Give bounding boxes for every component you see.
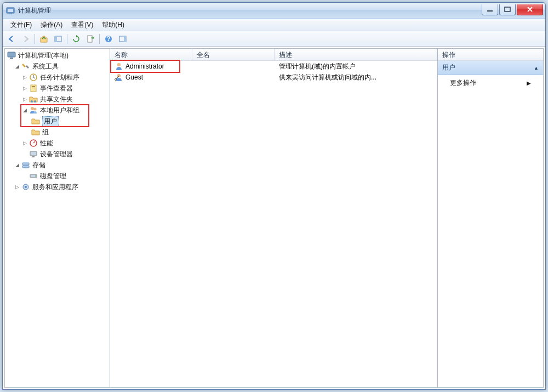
clock-icon: [29, 73, 38, 82]
expand-icon[interactable]: ▷: [21, 85, 28, 92]
content-area: 计算机管理(本地) ◢ 系统工具 ▷ 任务计划程序 ▷ 事件查看器 ▷ 共享文件…: [4, 48, 544, 388]
tree-storage[interactable]: ◢ 存储: [6, 160, 109, 171]
svg-rect-23: [30, 151, 37, 156]
menu-action[interactable]: 操作(A): [36, 19, 67, 31]
show-hide-tree-button[interactable]: [52, 33, 65, 45]
chevron-right-icon: ▶: [527, 80, 531, 86]
disk-icon: [29, 172, 38, 180]
list-row[interactable]: Administrator 管理计算机(域)的内置帐户: [110, 61, 437, 72]
tree-disk-management[interactable]: 磁盘管理: [6, 171, 109, 181]
list-body[interactable]: Administrator 管理计算机(域)的内置帐户 Guest 供来宾访问计…: [110, 61, 437, 387]
toolbar-separator: [35, 34, 35, 44]
svg-rect-26: [22, 166, 29, 168]
expand-icon[interactable]: ▷: [21, 140, 28, 146]
svg-rect-16: [32, 86, 35, 87]
svg-text:?: ?: [106, 35, 110, 43]
show-hide-action-pane-button[interactable]: [116, 33, 129, 45]
event-icon: [29, 84, 38, 93]
expand-icon[interactable]: ▷: [21, 96, 28, 103]
shared-folder-icon: [29, 95, 38, 104]
svg-point-28: [35, 175, 36, 177]
window: 计算机管理 文件(F) 操作(A) 查看(V) 帮助(H) ? 计算机管理(本地…: [2, 2, 546, 390]
actions-body: 用户 ▲ 更多操作 ▶: [438, 61, 543, 387]
spacer: [21, 173, 28, 179]
folder-icon: [31, 117, 40, 126]
spacer: [21, 151, 28, 157]
collapse-icon[interactable]: ◢: [14, 162, 20, 168]
svg-rect-1: [9, 14, 12, 14]
user-name: Administrator: [125, 63, 164, 70]
svg-point-18: [31, 100, 33, 103]
forward-button[interactable]: [19, 33, 32, 45]
svg-rect-2: [8, 9, 13, 12]
export-list-button[interactable]: [84, 33, 97, 45]
svg-rect-3: [487, 10, 493, 12]
tree-task-scheduler[interactable]: ▷ 任务计划程序: [6, 72, 109, 83]
tools-icon: [21, 62, 30, 71]
collapse-icon[interactable]: ▲: [534, 65, 539, 71]
tree-root[interactable]: 计算机管理(本地): [6, 50, 109, 61]
menubar: 文件(F) 操作(A) 查看(V) 帮助(H): [3, 19, 545, 31]
column-fullname[interactable]: 全名: [192, 49, 275, 60]
svg-rect-11: [124, 36, 126, 42]
column-description[interactable]: 描述: [275, 49, 437, 60]
user-name: Guest: [125, 73, 143, 81]
tree-performance[interactable]: ▷ 性能: [6, 138, 109, 149]
close-button[interactable]: [517, 4, 543, 15]
list-pane: 名称 全名 描述 Administrator 管理计算机(域)的内置帐户 Gu: [110, 49, 438, 387]
toolbar: ?: [3, 31, 545, 47]
svg-rect-6: [55, 36, 57, 42]
window-title: 计算机管理: [18, 6, 482, 15]
svg-point-33: [115, 79, 117, 81]
svg-point-32: [117, 74, 121, 77]
app-icon: [6, 7, 15, 15]
tree-event-viewer[interactable]: ▷ 事件查看器: [6, 83, 109, 94]
list-header: 名称 全名 描述: [110, 49, 437, 61]
svg-rect-4: [505, 7, 510, 12]
tree-services-apps[interactable]: ▷ 服务和应用程序: [6, 181, 109, 192]
collapse-icon[interactable]: ◢: [21, 107, 28, 113]
help-button[interactable]: ?: [102, 33, 115, 45]
user-description: 管理计算机(域)的内置帐户: [275, 62, 437, 71]
svg-point-30: [25, 186, 27, 188]
window-buttons: [482, 4, 543, 15]
expand-icon[interactable]: ▷: [14, 184, 20, 190]
folder-icon: [31, 128, 40, 137]
titlebar[interactable]: 计算机管理: [3, 3, 545, 19]
tree-system-tools[interactable]: ◢ 系统工具: [6, 61, 109, 72]
performance-icon: [29, 139, 38, 147]
tree-device-manager[interactable]: 设备管理器: [6, 149, 109, 160]
menu-view[interactable]: 查看(V): [67, 19, 98, 31]
list-row[interactable]: Guest 供来宾访问计算机或访问域的内...: [110, 72, 437, 83]
column-name[interactable]: 名称: [110, 49, 192, 60]
actions-category[interactable]: 用户 ▲: [438, 61, 543, 75]
maximize-button[interactable]: [499, 4, 516, 15]
users-icon: [29, 106, 38, 115]
tree-users[interactable]: 用户: [6, 116, 109, 127]
collapse-icon[interactable]: ◢: [14, 63, 20, 70]
svg-rect-24: [32, 156, 35, 157]
device-icon: [29, 150, 38, 158]
user-disabled-icon: [115, 73, 123, 82]
up-button[interactable]: [37, 33, 50, 45]
svg-rect-7: [88, 36, 92, 42]
menu-help[interactable]: 帮助(H): [98, 19, 129, 31]
tree-pane[interactable]: 计算机管理(本地) ◢ 系统工具 ▷ 任务计划程序 ▷ 事件查看器 ▷ 共享文件…: [5, 49, 110, 387]
action-more[interactable]: 更多操作 ▶: [438, 75, 543, 91]
menu-file[interactable]: 文件(F): [6, 19, 36, 31]
back-button[interactable]: [5, 33, 18, 45]
toolbar-separator: [67, 34, 67, 44]
svg-rect-25: [22, 163, 29, 165]
svg-point-21: [34, 108, 37, 111]
svg-point-20: [31, 107, 34, 110]
storage-icon: [21, 161, 30, 169]
tree-shared-folders[interactable]: ▷ 共享文件夹: [6, 94, 109, 105]
minimize-button[interactable]: [482, 4, 498, 15]
services-icon: [21, 183, 30, 191]
expand-icon[interactable]: ▷: [21, 74, 28, 81]
refresh-button[interactable]: [70, 33, 83, 45]
svg-point-19: [34, 100, 36, 103]
tree-groups[interactable]: 组: [6, 127, 109, 138]
svg-rect-12: [8, 52, 15, 57]
tree-local-users-groups[interactable]: ◢ 本地用户和组: [6, 105, 109, 116]
